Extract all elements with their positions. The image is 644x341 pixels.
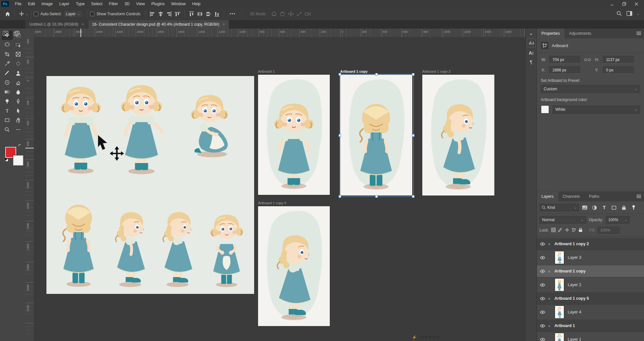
lasso-tool[interactable] [2, 40, 13, 49]
histogram-panel-icon[interactable] [527, 38, 536, 47]
layer-row-layer-4[interactable]: Layer 4 [537, 305, 644, 320]
screen-mode-icon[interactable] [11, 29, 22, 38]
lock-artboard-nesting-icon[interactable] [572, 228, 576, 233]
rectangle-tool[interactable] [2, 115, 13, 125]
fill-field[interactable]: 100% [598, 227, 620, 234]
layer-thumbnail[interactable] [555, 279, 564, 291]
menu-item-view[interactable]: View [133, 2, 148, 6]
artboard-label[interactable]: Artboard 1 copy 5 [258, 201, 286, 206]
pen-tool[interactable] [13, 96, 24, 106]
move-tool-options-icon[interactable] [17, 10, 26, 18]
panel-menu-icon[interactable] [636, 195, 641, 199]
menu-item-window[interactable]: Window [168, 2, 189, 6]
group-expand-chevron-icon[interactable]: ∨ [548, 324, 554, 328]
layer-visibility-eye-icon[interactable] [537, 297, 548, 300]
artboard-background-dropdown[interactable]: White ⌄ [552, 106, 640, 114]
x-field[interactable]: 2896 px [549, 66, 580, 74]
eyedropper-tool[interactable] [2, 59, 13, 68]
layer-thumbnail[interactable] [555, 251, 564, 264]
layer-filter-kind-dropdown[interactable]: Kind ⌄ [539, 204, 579, 211]
height-field[interactable]: 1137 px [603, 56, 634, 63]
artboard-1-copy-5[interactable] [258, 206, 330, 326]
width-field[interactable]: 704 px [549, 56, 580, 63]
character-panel-icon[interactable]: A| [527, 49, 535, 57]
lock-all-icon[interactable] [578, 228, 583, 233]
document-tab-untitled[interactable]: Untitled-1 @ 33.3% (RGB/8) × [25, 20, 88, 29]
hand-tool[interactable] [13, 115, 24, 125]
lock-position-icon[interactable] [565, 228, 569, 233]
filter-type-layers-icon[interactable]: T [600, 204, 608, 211]
align-horizontal-centers-icon[interactable] [156, 10, 165, 18]
blend-mode-dropdown[interactable]: Normal ⌄ [539, 216, 586, 224]
show-transform-checkbox[interactable] [90, 12, 94, 16]
menu-item-image[interactable]: Image [38, 2, 56, 6]
align-left-edges-icon[interactable] [148, 10, 156, 18]
layer-thumbnail[interactable] [555, 333, 564, 341]
horizontal-ruler[interactable]: 3000280026002400220020001800160014001200… [34, 29, 526, 37]
tab-properties[interactable]: Properties [537, 29, 564, 38]
layer-visibility-eye-icon[interactable] [537, 256, 548, 259]
lock-transparent-pixels-icon[interactable] [551, 228, 556, 233]
distribute-top-edges-icon[interactable] [187, 10, 196, 18]
filter-smart-objects-icon[interactable] [620, 204, 628, 211]
artboard-label[interactable]: Artboard 1 copy 2 [422, 69, 451, 75]
layer-row-layer-3[interactable]: Layer 3 [537, 250, 644, 265]
search-icon[interactable] [616, 11, 622, 17]
distribute-bottom-edges-icon[interactable] [213, 10, 221, 18]
preset-dropdown[interactable]: Custom ⌄ [541, 85, 640, 93]
default-colors-icon[interactable] [4, 157, 8, 163]
clone-stamp-tool[interactable] [13, 68, 24, 78]
filter-shape-layers-icon[interactable] [610, 204, 618, 211]
group-expand-chevron-icon[interactable]: ∨ [548, 270, 554, 273]
layer-visibility-eye-icon[interactable] [537, 310, 548, 314]
home-icon[interactable] [3, 10, 12, 18]
pasteboard[interactable]: Artboard 1 Artboard 1 copy Artboard 1 co… [34, 37, 526, 341]
filter-adjustment-layers-icon[interactable] [590, 204, 599, 211]
selection-handle[interactable] [412, 134, 415, 137]
link-dimensions-icon[interactable] [582, 58, 593, 62]
layer-group-row-artboard-1-copy[interactable]: ∨Artboard 1 copy [537, 265, 644, 277]
group-expand-chevron-icon[interactable]: ∨ [548, 297, 554, 300]
vertical-ruler[interactable]: 4002000200400600800100012001400160018002… [25, 37, 34, 341]
artboard-1-copy-2[interactable] [422, 75, 494, 196]
chevron-down-icon[interactable]: ⌄ [637, 12, 639, 16]
reference-sheet-image[interactable] [46, 76, 254, 294]
menu-item-select[interactable]: Select [88, 2, 106, 6]
swap-colors-icon[interactable] [18, 144, 22, 148]
selection-handle[interactable] [339, 195, 341, 198]
background-color-swatch[interactable] [13, 155, 23, 166]
more-align-options-icon[interactable]: ••• [227, 12, 239, 16]
blur-tool[interactable] [13, 87, 24, 96]
selection-handle[interactable] [412, 73, 415, 76]
tab-adjustments[interactable]: Adjustments [564, 29, 596, 38]
3d-orbit-icon[interactable] [270, 10, 278, 18]
ruler-corner[interactable] [25, 29, 34, 37]
type-tool[interactable]: T [2, 106, 13, 115]
eraser-tool[interactable] [13, 78, 24, 87]
layer-row-layer-2[interactable]: Layer 2 [537, 277, 644, 293]
healing-brush-tool[interactable] [13, 59, 24, 68]
menu-item-filter[interactable]: Filter [106, 2, 121, 6]
minimize-icon[interactable] [610, 2, 614, 6]
tab-channels[interactable]: Channels [558, 192, 585, 201]
zoom-tool[interactable] [2, 125, 13, 134]
group-expand-chevron-icon[interactable]: ∨ [548, 242, 554, 246]
gradient-tool[interactable] [2, 87, 13, 96]
distribute-vertical-centers-icon[interactable] [204, 10, 213, 18]
layer-visibility-eye-icon[interactable] [537, 270, 548, 273]
menu-item-help[interactable]: Help [189, 2, 204, 6]
dodge-tool[interactable] [2, 96, 13, 106]
align-right-edges-icon[interactable] [165, 10, 173, 18]
auto-select-target-dropdown[interactable]: Layer ⌄ [64, 10, 82, 18]
menu-item-type[interactable]: Type [73, 2, 88, 6]
frame-tool[interactable] [13, 49, 24, 59]
chevron-down-icon[interactable]: ⌄ [26, 12, 28, 16]
menu-item-edit[interactable]: Edit [25, 2, 38, 6]
y-field[interactable]: 0 px [603, 66, 634, 74]
menu-item-layer[interactable]: Layer [56, 2, 72, 6]
panel-menu-icon[interactable] [636, 32, 641, 36]
tab-close-icon[interactable]: × [223, 22, 225, 27]
artboard-background-swatch[interactable] [541, 105, 549, 114]
tab-paths[interactable]: Paths [584, 192, 604, 201]
expand-panels-icon[interactable]: « [527, 30, 535, 38]
